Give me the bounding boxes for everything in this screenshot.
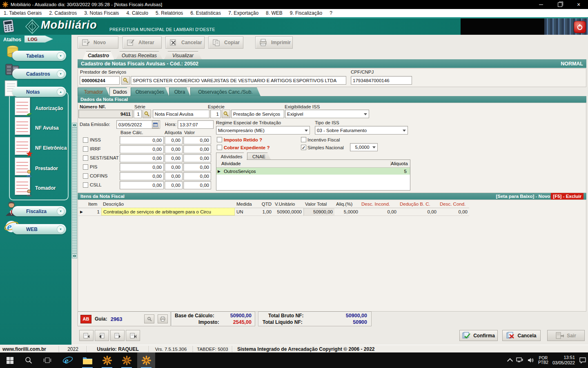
cancela-button[interactable]: Cancela (502, 330, 541, 341)
simples-nacional-checkbox[interactable]: ✓ (301, 145, 306, 150)
prestador-name-input[interactable]: SPORTS CENTER COMERCIO VAREJISTAS DE VES… (131, 76, 346, 85)
serie-desc-input[interactable]: Nota Fiscal Avulsa (153, 110, 209, 118)
sidebar-group-fiscaliza[interactable]: Fiscaliza ▼ (12, 206, 66, 216)
numero-nf-input[interactable]: 9411 (78, 110, 133, 118)
record-last-button[interactable] (126, 330, 140, 341)
calendar-icon[interactable] (152, 121, 159, 128)
tab-atividades[interactable]: Atividades (216, 153, 247, 160)
inss-valor-input[interactable]: 0,00 (183, 136, 211, 144)
cofins-base-input[interactable]: 0,00 (120, 172, 164, 180)
tab-cadastro[interactable]: Cadastro (82, 51, 114, 60)
menu-estatisticas[interactable]: 6. Estatísticas (187, 9, 225, 17)
tab-observacoes-canc-sub[interactable]: Observações Canc./Sub. (190, 88, 261, 96)
chevron-down-icon[interactable]: ▼ (57, 70, 65, 78)
taskbar-app-1[interactable] (98, 352, 116, 368)
prestador-code-input[interactable]: 000006244 (80, 76, 120, 85)
cpf-cnpj-input[interactable]: 17934847000146 (351, 76, 412, 85)
record-next-button[interactable] (110, 330, 125, 341)
sidebar-item-prestador[interactable]: Prestador (35, 166, 58, 171)
close-button[interactable]: × (569, 0, 588, 9)
chevron-up-icon[interactable]: ▲ (57, 88, 65, 96)
tab-visualizar[interactable]: Visualizar (164, 51, 202, 60)
splitter-arrows-bottom[interactable] (72, 254, 77, 258)
cofins-checkbox[interactable] (83, 173, 88, 179)
sest-senat-checkbox[interactable] (83, 155, 88, 161)
inss-aliquota-input[interactable]: 0,00 (165, 136, 183, 144)
confirma-button[interactable]: Confirma (459, 330, 498, 341)
guia-print-button[interactable] (158, 314, 168, 323)
tab-observacoes[interactable]: Observações (131, 88, 169, 96)
tab-outras-receitas[interactable]: Outras Receitas (116, 51, 163, 60)
task-view-button[interactable] (38, 352, 56, 368)
chevron-down-icon[interactable]: ▼ (57, 225, 65, 233)
especie-input[interactable]: 1 (210, 110, 221, 118)
menu-fiscalizacao[interactable]: 9. Fiscalização (286, 9, 326, 17)
prestador-icon[interactable] (15, 157, 30, 175)
clock[interactable]: 13:51 03/05/2022 (552, 355, 575, 366)
csll-valor-input[interactable]: 0,00 (183, 181, 211, 189)
start-button[interactable] (1, 352, 19, 368)
tab-obra[interactable]: Obra (169, 88, 190, 96)
cofins-aliquota-input[interactable]: 0,00 (165, 172, 183, 180)
hidden-icons-chevron[interactable] (507, 358, 513, 364)
irrf-base-input[interactable]: 0,00 (120, 145, 164, 153)
chevron-down-icon[interactable]: ▼ (57, 207, 65, 215)
action-center-icon[interactable] (579, 357, 586, 364)
especie-desc-input[interactable]: Prestação de Serviços (231, 110, 284, 118)
inss-base-input[interactable]: 0,00 (120, 136, 164, 144)
csll-base-input[interactable]: 0,00 (120, 181, 164, 189)
sair-button[interactable]: Sair (547, 330, 585, 341)
sidebar-group-notas[interactable]: Notas ▲ (12, 87, 66, 97)
irrf-valor-input[interactable]: 0,00 (183, 145, 211, 153)
taskbar-app-2[interactable] (118, 352, 136, 368)
volume-icon[interactable] (528, 357, 534, 363)
sidebar-group-web[interactable]: WEB ▼ (12, 224, 66, 234)
vertical-splitter[interactable] (72, 128, 77, 254)
menu-notas-fiscais[interactable]: 3. Notas Fiscais (80, 9, 122, 17)
especie-search-button[interactable] (222, 110, 230, 118)
taskbar-internet-explorer[interactable]: e (59, 352, 77, 368)
irrf-aliquota-input[interactable]: 0,00 (165, 145, 183, 153)
tab-cnae[interactable]: CNAE (247, 153, 271, 160)
sest-senat-base-input[interactable]: 0,00 (120, 154, 164, 162)
splitter-arrows-top[interactable] (72, 123, 77, 128)
record-prev-button[interactable] (95, 330, 109, 341)
tipo-iss-dropdown[interactable]: 03 - Sobre Faturamento (315, 126, 408, 135)
inss-checkbox[interactable] (83, 137, 88, 143)
menu-web[interactable]: 8. WEB (262, 9, 286, 17)
guia-view-button[interactable] (144, 314, 154, 323)
csll-aliquota-input[interactable]: 0,00 (165, 181, 183, 189)
taskbar-file-explorer[interactable] (78, 352, 96, 368)
hora-input[interactable]: 13:37:07 (178, 120, 214, 129)
tomador-icon[interactable] (15, 177, 30, 195)
power-button[interactable] (574, 21, 586, 33)
sest-senat-valor-input[interactable]: 0,00 (183, 154, 211, 162)
imprimir-button[interactable]: Imprimir (255, 36, 293, 49)
regime-dropdown[interactable]: Microempresário (ME) (216, 126, 310, 135)
taskbar-app-active[interactable] (137, 352, 155, 368)
sest-senat-aliquota-input[interactable]: 0,00 (165, 154, 183, 162)
sidebar-item-autorizacao[interactable]: Autorização (35, 105, 63, 111)
exigibilidade-dropdown[interactable]: Exigivel (285, 110, 369, 118)
tab-dados[interactable]: Dados (109, 88, 131, 96)
autorizacao-icon[interactable] (15, 97, 30, 115)
sidebar-item-tomador[interactable]: Tomador (35, 185, 56, 191)
serie-search-button[interactable] (143, 110, 151, 118)
item-row[interactable]: ▶ 1 Contratação de serviços de arbitrage… (78, 208, 469, 216)
sidebar-group-cadastros[interactable]: Cadastros ▼ (12, 69, 66, 79)
prestador-search-button[interactable] (121, 76, 130, 85)
menu-relatorios[interactable]: 5. Relatórios (152, 9, 187, 17)
simples-aliquota-dropdown[interactable]: 5,0000 (350, 143, 378, 151)
language-indicator[interactable]: POR PTB2 (538, 356, 548, 365)
menu-help[interactable]: ? (326, 9, 336, 17)
irrf-checkbox[interactable] (83, 146, 88, 152)
restore-button[interactable] (550, 0, 569, 9)
menu-exportacao[interactable]: 7. Exportação (225, 9, 262, 17)
minimize-button[interactable] (532, 0, 550, 9)
menu-cadastros[interactable]: 2. Cadastros (45, 9, 80, 17)
nf-avulsa-icon[interactable] (15, 117, 30, 135)
tab-tomador[interactable]: Tomador (78, 88, 109, 96)
taskbar-search-button[interactable] (20, 352, 38, 368)
log-badge[interactable]: LOG (24, 36, 53, 43)
sidebar-item-nf-eletronica[interactable]: NF Eletrônica (35, 145, 67, 151)
